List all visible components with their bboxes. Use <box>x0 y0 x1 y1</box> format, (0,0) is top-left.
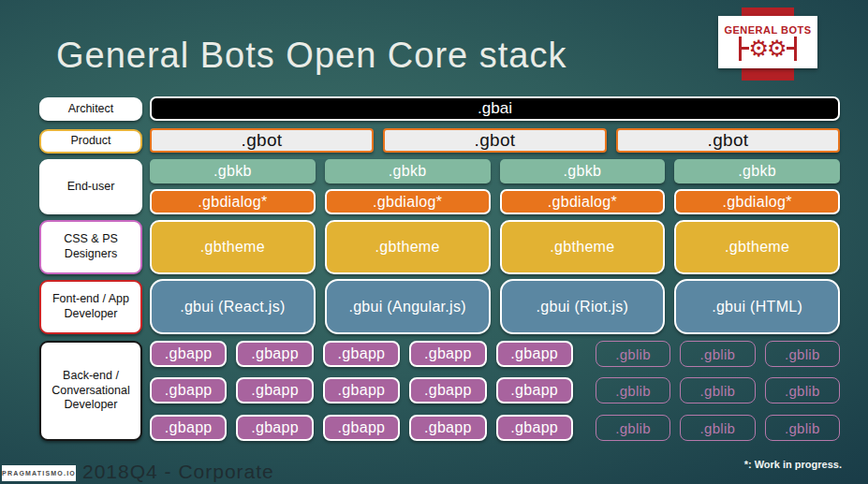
role-label-backend-conversational-developer: Back-end / Conversational Developer <box>39 341 142 441</box>
gear-frame-bar <box>794 37 797 61</box>
gears-icon: ⚙⚙ <box>739 37 796 61</box>
gbapp-box: .gbapp <box>323 415 400 441</box>
role-label-frontend-app-developer: Font-end / App Developer <box>39 280 142 334</box>
gbapp-box: .gbapp <box>496 377 573 403</box>
gear-frame-bar <box>787 47 794 50</box>
gbkb-box: .gbkb <box>674 159 840 183</box>
gbapp-gblib-row: .gbapp .gbapp .gbapp .gbapp .gbapp .gbli… <box>150 377 840 403</box>
gblib-box: .gblib <box>596 415 670 441</box>
gbapp-gblib-row: .gbapp .gbapp .gbapp .gbapp .gbapp .gbli… <box>150 415 840 441</box>
gbot-row: .gbot .gbot .gbot <box>150 128 840 153</box>
gblib-box: .gblib <box>765 341 840 367</box>
gbkb-box: .gbkb <box>150 159 316 183</box>
gbtheme-box: .gbtheme <box>150 220 316 274</box>
gbui-riot-box: .gbui (Riot.js) <box>500 279 666 334</box>
role-label-product: Product <box>39 129 142 154</box>
gbapp-box: .gbapp <box>409 377 486 403</box>
gbdialog-box: .gbdialog* <box>325 189 491 214</box>
gbdialog-row: .gbdialog* .gbdialog* .gbdialog* .gbdial… <box>150 189 840 214</box>
gbui-angular-box: .gbui (Angular.js) <box>325 279 491 334</box>
slide-footer-caption: 2018Q4 - Corporate <box>82 461 274 483</box>
gbtheme-row: .gbtheme .gbtheme .gbtheme .gbtheme <box>150 220 840 274</box>
gbkb-box: .gbkb <box>500 159 666 183</box>
role-label-architect: Architect <box>39 97 142 121</box>
general-bots-logo: GENERAL BOTS ⚙⚙ <box>718 16 817 68</box>
gbot-box: .gbot <box>150 128 374 153</box>
gbapp-box: .gbapp <box>409 415 486 441</box>
gbapp-gblib-row: .gbapp .gbapp .gbapp .gbapp .gbapp .gbli… <box>150 341 840 367</box>
gbapp-box: .gbapp <box>496 341 573 367</box>
gbapp-box: .gbapp <box>150 377 227 403</box>
gblib-box: .gblib <box>680 341 755 367</box>
gbui-react-box: .gbui (React.js) <box>150 279 316 334</box>
gbot-box: .gbot <box>616 128 840 153</box>
gbtheme-box: .gbtheme <box>674 220 840 274</box>
slide-title: General Bots Open Core stack <box>56 36 566 76</box>
gbdialog-box: .gbdialog* <box>500 189 666 214</box>
logo-brand-text: GENERAL BOTS <box>724 24 811 36</box>
gblib-box: .gblib <box>680 377 755 403</box>
gbapp-box: .gbapp <box>236 415 313 441</box>
gbtheme-box: .gbtheme <box>500 220 666 274</box>
gbapp-box: .gbapp <box>236 377 313 403</box>
gblib-box: .gblib <box>680 415 755 441</box>
pragmatismo-logo: PRAGMATISMO.IO <box>2 465 76 481</box>
gbapp-box: .gbapp <box>150 341 227 367</box>
gbapp-box: .gbapp <box>323 377 400 403</box>
gbtheme-box: .gbtheme <box>325 220 491 274</box>
gbapp-box: .gbapp <box>323 341 400 367</box>
gear-icon: ⚙ <box>767 37 787 60</box>
gbapp-box: .gbapp <box>236 341 313 367</box>
slide-canvas: General Bots Open Core stack GENERAL BOT… <box>0 0 868 484</box>
gbui-row: .gbui (React.js) .gbui (Angular.js) .gbu… <box>150 279 840 334</box>
gblib-box: .gblib <box>765 415 840 441</box>
gbdialog-box: .gbdialog* <box>150 189 316 214</box>
gblib-box: .gblib <box>596 341 670 367</box>
work-in-progress-note: *: Work in progress. <box>744 459 842 470</box>
gbdialog-box: .gbdialog* <box>674 189 840 214</box>
role-label-css-ps-designers: CSS & PS Designers <box>39 220 142 274</box>
gblib-box: .gblib <box>765 377 840 403</box>
gbkb-box: .gbkb <box>325 159 491 183</box>
gbot-box: .gbot <box>383 128 607 153</box>
gbapp-box: .gbapp <box>409 341 486 367</box>
gbai-box: .gbai <box>150 96 840 121</box>
gbapp-box: .gbapp <box>150 415 227 441</box>
role-label-end-user: End-user <box>39 159 142 214</box>
gbapp-box: .gbapp <box>496 415 573 441</box>
gear-icon: ⚙ <box>748 37 769 60</box>
gblib-box: .gblib <box>596 377 670 403</box>
gbui-html-box: .gbui (HTML) <box>674 279 840 334</box>
gbkb-row: .gbkb .gbkb .gbkb .gbkb <box>150 159 840 183</box>
